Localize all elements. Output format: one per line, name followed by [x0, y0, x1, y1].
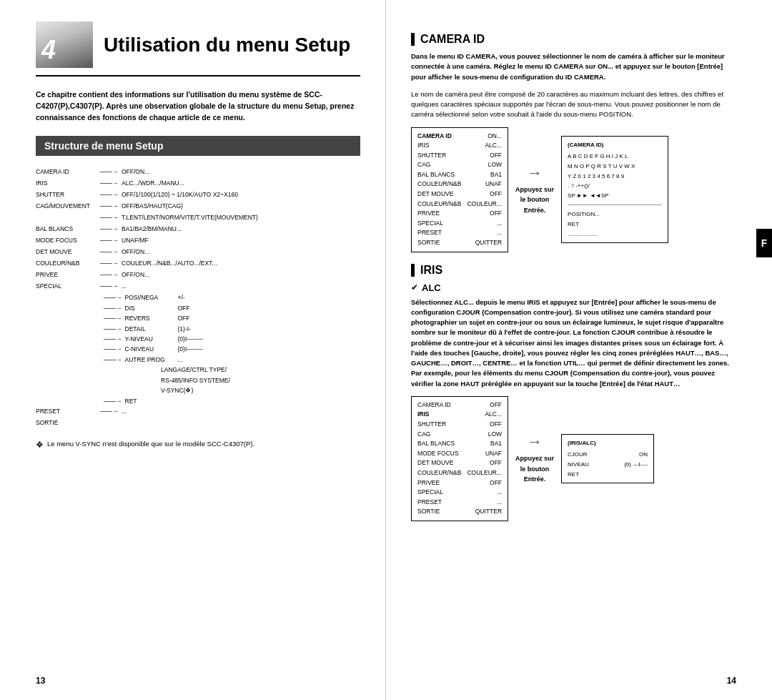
chapter-header: 4 Utilisation du menu Setup [36, 21, 360, 77]
menu-item-name: CAMERA ID [36, 167, 100, 177]
note-text: Le menu V-SYNC n'est disponible que sur … [47, 440, 254, 448]
special-sub-revers: ——→ REVERS OFF [104, 313, 360, 323]
special-sub-autre: ——→ AUTRE PROG ... [104, 355, 360, 365]
iris-section-bar [411, 264, 415, 277]
page-number-right: 14 [727, 676, 736, 686]
camera-id-menu-panel: CAMERA ID ON... IRISALC... SHUTTEROFF CA… [411, 127, 508, 252]
iris-title: IRIS [420, 264, 442, 277]
intro-text: Ce chapitre contient des informations su… [36, 89, 360, 123]
page-left: 4 Utilisation du menu Setup Ce chapitre … [0, 0, 386, 700]
camera-id-panels: CAMERA ID ON... IRISALC... SHUTTEROFF CA… [411, 127, 736, 252]
le-bouton-iris: le bouton [520, 465, 550, 473]
menu-row-mode-focus: MODE FOCUS ——→ UNAF/MF [36, 235, 360, 247]
iris-arrow-section: → Appuyez sur le bouton Entrée. [515, 433, 554, 484]
camera-id-title: CAMERA ID [420, 33, 485, 46]
menu-row-sortie: SORTIE [36, 418, 360, 429]
entree-label: Entrée. [524, 207, 546, 214]
camera-id-chars-panel: (CAMERA ID) A B C D E F G H I J K L M N … [561, 136, 668, 243]
special-sub-yniveau: ——→ Y-NIVEAU (0)I-------- [104, 334, 360, 344]
note: ❖ Le menu V-SYNC n'est disponible que su… [36, 440, 360, 450]
special-sub-posi: ——→ POSI/NEGA +/- [104, 292, 360, 302]
iris-section-title: IRIS [411, 264, 736, 277]
alc-bold-text: Sélectionnez ALC... depuis le menu IRIS … [411, 297, 736, 389]
menu-row-bal: BAL BLANCS ——→ BA1/BA2/BM/MANU... [36, 224, 360, 235]
page-number-left: 13 [36, 676, 45, 686]
iris-menu-panel: CAMERA IDOFF IRIS ALC... SHUTTEROFF CAGL… [411, 396, 508, 521]
menu-row-special: SPECIAL ——→ ... [36, 281, 360, 292]
alc-subsection: ✔ ALC [411, 282, 736, 293]
appuyez-sur: Appuyez sur [515, 186, 554, 193]
entree-iris: Entrée. [524, 475, 546, 483]
menu-row-privee: PRIVEE ——→ OFF/ON... [36, 270, 360, 281]
le-bouton: le bouton [520, 196, 550, 203]
camera-id-section-title: CAMERA ID [411, 33, 736, 46]
camera-id-text: Le nom de caméra peut être composé de 20… [411, 89, 736, 120]
iris-panels: CAMERA IDOFF IRIS ALC... SHUTTEROFF CAGL… [411, 396, 736, 521]
chapter-image: 4 [36, 21, 93, 68]
menu-row-camera-id: CAMERA ID ——→ OFF/ON... [36, 167, 360, 178]
arrow-section: → Appuyez sur le bouton Entrée. [515, 164, 554, 215]
special-sub-ret: ——→ RET [104, 396, 360, 406]
special-sub-detail: ——→ DETAIL (1)-I- [104, 324, 360, 334]
page-right: F CAMERA ID Dans le menu ID CAMERA, vous… [386, 0, 772, 700]
special-sub-autre-values: LANGAGE/CTRL TYPE/RS-485/INFO SYSTEME/V-… [161, 365, 360, 395]
menu-row-iris: IRIS ——→ ALC.../WDR.../MANU... [36, 178, 360, 189]
menu-row-cag: CAG/MOUVEMENT ——→ OFF/BAS/HAUT(CAG) [36, 201, 360, 212]
appuyez-sur-iris: Appuyez sur [515, 455, 554, 462]
iris-arrow-icon: → [527, 433, 543, 451]
menu-item-value: OFF/ON... [122, 167, 360, 177]
chapter-title: Utilisation du menu Setup [104, 34, 350, 56]
menu-row-shutter: SHUTTER ——→ OFF/1/100(1/120) ~ 1/10K/AUT… [36, 189, 360, 201]
special-sub-cniveau: ——→ C-NIVEAU (0)I-------- [104, 344, 360, 354]
f-tab: F [756, 229, 772, 257]
menu-row-preset: PRESET ——→ ... [36, 406, 360, 418]
alc-subtitle: ALC [422, 282, 441, 293]
camera-id-intro: Dans le menu ID CAMERA, vous pouvez séle… [411, 51, 736, 82]
section-header: Structure de menu Setup [36, 136, 360, 156]
menu-structure: CAMERA ID ——→ OFF/ON... IRIS ——→ ALC.../… [36, 167, 360, 429]
iris-alc-panel: (IRIS/ALC) CJOURON NIVEAU(0) ---I---- RE… [561, 434, 654, 483]
special-sub-dis: ——→ DIS OFF [104, 303, 360, 313]
menu-row-cag2: ——→ T.LENT/LENT/NORM/VITE/T.VITE(MOUVEME… [36, 212, 360, 224]
section-title-text: Structure de menu Setup [44, 140, 163, 152]
menu-row-det-mouve: DET MOUVE ——→ OFF/ON... [36, 247, 360, 258]
section-bar [411, 33, 415, 46]
menu-row-couleur: COULEUR/N&B ——→ COULEUR.../N&B.../AUTO..… [36, 258, 360, 270]
special-sub-items: ——→ POSI/NEGA +/- ——→ DIS OFF ——→ REVERS… [104, 292, 360, 406]
arrow-icon: → [527, 164, 543, 182]
